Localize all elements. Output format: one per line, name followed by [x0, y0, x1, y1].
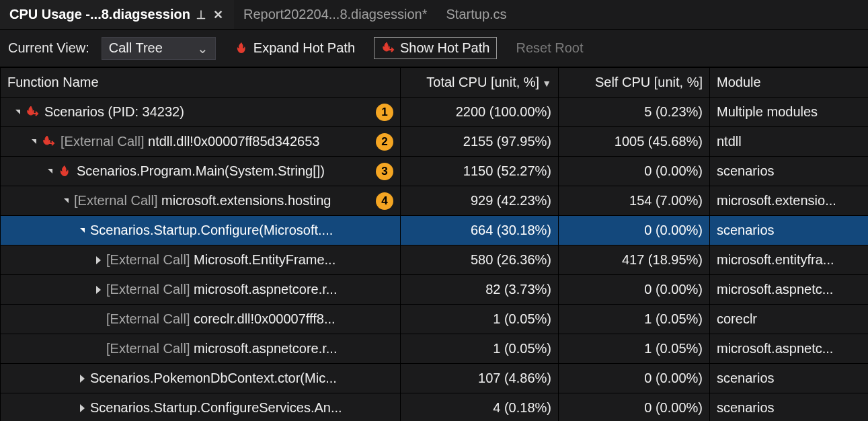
cell-total-cpu: 664 (30.18%) — [401, 216, 559, 245]
tab-bar: CPU Usage -...8.diagsession ⟂ ✕ Report20… — [0, 0, 868, 30]
external-call-prefix: [External Call] — [106, 282, 194, 297]
cell-function-name: [External Call] coreclr.dll!0x00007fff8.… — [1, 305, 401, 334]
function-name-text: Scenarios.PokemonDbContext.ctor(Mic... — [90, 371, 337, 386]
table-row[interactable]: [External Call] Microsoft.EntityFrame...… — [1, 245, 869, 275]
collapse-icon[interactable] — [32, 139, 36, 144]
table-row[interactable]: Scenarios.Startup.ConfigureServices.An..… — [1, 393, 869, 422]
button-label: Reset Root — [516, 40, 583, 56]
external-call-prefix: [External Call] — [106, 341, 194, 356]
function-name-text: [External Call] microsoft.aspnetcore.r..… — [106, 341, 337, 356]
flame-arrow-icon — [26, 106, 39, 119]
collapse-icon[interactable] — [15, 110, 20, 114]
col-function-name[interactable]: Function Name — [1, 68, 401, 98]
cell-module: coreclr — [710, 305, 869, 334]
cell-module: scenarios — [710, 393, 869, 422]
expand-icon[interactable] — [96, 286, 101, 294]
col-self-cpu[interactable]: Self CPU [unit, %] — [559, 68, 710, 98]
cell-function-name: Scenarios.PokemonDbContext.ctor(Mic... — [1, 364, 401, 393]
expand-icon[interactable] — [80, 404, 85, 412]
cell-total-cpu: 4 (0.18%) — [401, 393, 559, 422]
collapse-icon[interactable] — [64, 198, 69, 203]
flame-arrow-icon — [42, 135, 55, 149]
cell-module: microsoft.aspnetc... — [710, 275, 869, 305]
cell-total-cpu: 580 (26.36%) — [401, 245, 559, 275]
cell-self-cpu: 0 (0.00%) — [559, 364, 710, 393]
close-icon[interactable]: ✕ — [212, 7, 225, 22]
annotation-badge: 4 — [376, 192, 393, 210]
collapse-icon[interactable] — [48, 169, 52, 174]
cell-self-cpu: 1 (0.05%) — [559, 305, 710, 334]
show-hot-path-button[interactable]: Show Hot Path — [374, 37, 497, 59]
cell-total-cpu: 929 (42.23%) — [401, 186, 559, 216]
table-row[interactable]: Scenarios.Startup.Configure(Microsoft...… — [1, 216, 869, 245]
cell-module: scenarios — [710, 216, 869, 245]
function-name-text: Scenarios.Startup.Configure(Microsoft...… — [90, 223, 333, 238]
cell-module: microsoft.extensio... — [710, 186, 869, 216]
cell-module: scenarios — [710, 157, 869, 186]
current-view-dropdown[interactable]: Call Tree ⌄ — [102, 37, 216, 60]
expand-hot-path-button[interactable]: Expand Hot Path — [228, 38, 362, 59]
cell-function-name: Scenarios (PID: 34232)1 — [1, 98, 401, 127]
cell-function-name: Scenarios.Program.Main(System.String[])3 — [1, 157, 401, 186]
expand-icon[interactable] — [96, 256, 101, 264]
function-name-text: Scenarios.Program.Main(System.String[]) — [77, 163, 325, 179]
cell-self-cpu: 0 (0.00%) — [559, 393, 710, 422]
expand-icon[interactable] — [80, 375, 85, 383]
cell-function-name: [External Call] Microsoft.EntityFrame... — [1, 245, 401, 275]
annotation-badge: 3 — [376, 163, 393, 180]
table-row[interactable]: Scenarios.PokemonDbContext.ctor(Mic...10… — [1, 364, 869, 393]
tab-report[interactable]: Report202204...8.diagsession* — [234, 0, 437, 29]
cell-module: microsoft.aspnetc... — [710, 334, 869, 364]
cell-total-cpu: 1 (0.05%) — [401, 334, 559, 364]
button-label: Expand Hot Path — [253, 40, 355, 56]
cell-function-name: [External Call] ntdll.dll!0x00007ff85d34… — [1, 127, 401, 157]
table-row[interactable]: Scenarios (PID: 34232)12200 (100.00%)5 (… — [1, 98, 869, 127]
toolbar: Current View: Call Tree ⌄ Expand Hot Pat… — [0, 30, 868, 67]
cell-self-cpu: 417 (18.95%) — [559, 245, 710, 275]
cell-module: Multiple modules — [710, 98, 869, 127]
annotation-badge: 2 — [376, 133, 393, 151]
table-row[interactable]: Scenarios.Program.Main(System.String[])3… — [1, 157, 869, 186]
cell-self-cpu: 0 (0.00%) — [559, 157, 710, 186]
dropdown-value: Call Tree — [109, 40, 163, 56]
tab-startup-cs[interactable]: Startup.cs — [437, 0, 516, 29]
reset-root-button: Reset Root — [509, 38, 590, 59]
table-row[interactable]: [External Call] coreclr.dll!0x00007fff8.… — [1, 305, 869, 334]
cell-total-cpu: 2155 (97.95%) — [401, 127, 559, 157]
external-call-prefix: [External Call] — [74, 193, 161, 208]
button-label: Show Hot Path — [400, 40, 489, 56]
cell-self-cpu: 1005 (45.68%) — [559, 127, 710, 157]
cell-function-name: [External Call] microsoft.extensions.hos… — [1, 186, 401, 216]
cell-module: ntdll — [710, 127, 869, 157]
function-name-text: [External Call] microsoft.aspnetcore.r..… — [106, 282, 337, 297]
sort-desc-icon: ▼ — [542, 78, 551, 89]
col-module[interactable]: Module — [710, 68, 869, 98]
tab-cpu-usage[interactable]: CPU Usage -...8.diagsession ⟂ ✕ — [0, 0, 234, 29]
cell-self-cpu: 0 (0.00%) — [559, 216, 710, 245]
function-name-text: [External Call] ntdll.dll!0x00007ff85d34… — [61, 134, 319, 149]
external-call-prefix: [External Call] — [106, 311, 194, 326]
cell-total-cpu: 82 (3.73%) — [401, 275, 559, 305]
function-name-text: [External Call] Microsoft.EntityFrame... — [106, 252, 336, 268]
cell-function-name: Scenarios.Startup.Configure(Microsoft...… — [1, 216, 401, 245]
collapse-icon[interactable] — [80, 228, 85, 233]
cell-total-cpu: 2200 (100.00%) — [401, 98, 559, 127]
table-row[interactable]: [External Call] microsoft.aspnetcore.r..… — [1, 275, 869, 305]
annotation-badge: 1 — [376, 104, 393, 121]
pin-icon[interactable]: ⟂ — [197, 7, 205, 22]
cell-module: microsoft.entityfra... — [710, 245, 869, 275]
cell-self-cpu: 1 (0.05%) — [559, 334, 710, 364]
cell-function-name: [External Call] microsoft.aspnetcore.r..… — [1, 334, 401, 364]
cell-function-name: [External Call] microsoft.aspnetcore.r..… — [1, 275, 401, 305]
cell-total-cpu: 1150 (52.27%) — [401, 157, 559, 186]
cell-self-cpu: 0 (0.00%) — [559, 275, 710, 305]
tab-label: Report202204...8.diagsession* — [243, 7, 428, 22]
external-call-prefix: [External Call] — [106, 252, 194, 267]
table-row[interactable]: [External Call] ntdll.dll!0x00007ff85d34… — [1, 127, 869, 157]
table-row[interactable]: [External Call] microsoft.aspnetcore.r..… — [1, 334, 869, 364]
cell-total-cpu: 107 (4.86%) — [401, 364, 559, 393]
col-total-cpu[interactable]: Total CPU [unit, %]▼ — [401, 68, 559, 98]
table-row[interactable]: [External Call] microsoft.extensions.hos… — [1, 186, 869, 216]
function-name-text: [External Call] microsoft.extensions.hos… — [74, 193, 331, 208]
current-view-label: Current View: — [8, 40, 89, 56]
